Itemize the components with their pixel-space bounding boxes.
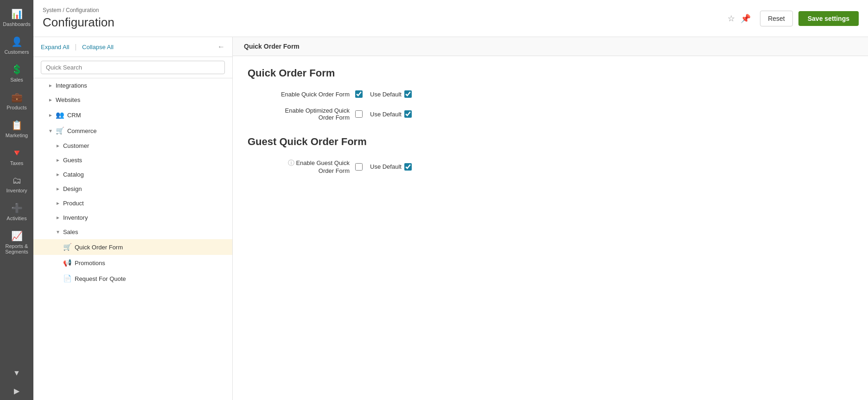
use-default-oqof: Use Default (370, 110, 412, 118)
chevron-right-icon: ► (48, 83, 53, 88)
nav-item-crm[interactable]: ► 👥 CRM (33, 107, 232, 123)
search-input[interactable] (41, 61, 225, 74)
checkbox-use-default-oqof[interactable] (404, 110, 412, 118)
nav-item-commerce[interactable]: ▼ 🛒 Commerce (33, 123, 232, 139)
sidebar-item-customers[interactable]: 👤 Customers (0, 32, 33, 59)
use-default-label-oqof: Use Default (370, 111, 402, 118)
label-enable-qof: Enable Quick Order Form (248, 91, 350, 98)
checkbox-use-default-gqof[interactable] (404, 163, 412, 171)
checkbox-use-default-qof[interactable] (404, 90, 412, 98)
sidebar-collapse-arrow[interactable]: ▼ (8, 364, 25, 382)
marketing-icon: 📋 (11, 120, 23, 131)
sidebar-item-reports[interactable]: 📈 Reports &Segments (0, 226, 33, 259)
customers-icon: 👤 (11, 36, 23, 47)
nav-label-websites: Websites (56, 96, 225, 103)
nav-item-customer[interactable]: ► Customer (33, 139, 232, 153)
nav-item-product[interactable]: ► Product (33, 196, 232, 210)
sales-icon: 💲 (11, 64, 23, 75)
sidebar-item-products[interactable]: 💼 Products (0, 87, 33, 115)
nav-label-product: Product (63, 200, 225, 207)
collapse-all-link[interactable]: Collapse All (82, 44, 114, 51)
nav-label-inventory: Inventory (63, 214, 225, 221)
sidebar-item-label: Activities (6, 216, 26, 221)
content-wrapper: Expand All | Collapse All ← ► Integratio… (33, 37, 868, 400)
page-title: Configuration (43, 15, 115, 30)
star-icon[interactable]: ☆ (728, 13, 735, 24)
sidebar-item-label: Reports &Segments (5, 243, 28, 254)
controls-enable-oqof: Use Default (355, 110, 412, 118)
nav-item-sales[interactable]: ▼ Sales (33, 225, 232, 239)
dashboards-icon: 📊 (11, 8, 23, 19)
nav-item-integrations[interactable]: ► Integrations (33, 78, 232, 93)
cart-icon: 🛒 (63, 243, 72, 251)
rfq-icon: 📄 (63, 274, 72, 283)
sidebar-expand-arrow[interactable]: ▶ (9, 382, 24, 400)
topbar-right: ☆ 📌 Reset Save settings (728, 11, 859, 26)
topbar-left: System / Configuration Configuration (43, 7, 115, 30)
sidebar: 📊 Dashboards 👤 Customers 💲 Sales 💼 Produ… (0, 0, 33, 400)
controls-enable-qof: Use Default (355, 90, 412, 98)
expand-all-link[interactable]: Expand All (41, 44, 69, 51)
sidebar-item-activities[interactable]: ➕ Activities (0, 198, 33, 226)
checkbox-enable-oqof[interactable] (355, 110, 363, 118)
chevron-down-icon: ▼ (48, 128, 53, 133)
use-default-label-qof: Use Default (370, 91, 402, 98)
nav-label-catalog: Catalog (63, 171, 225, 178)
products-icon: 💼 (11, 92, 23, 103)
reports-icon: 📈 (11, 230, 23, 241)
inventory-icon: 🗂 (12, 175, 21, 186)
form-row-enable-oqof: Enable Optimized QuickOrder Form Use Def… (248, 107, 853, 121)
sidebar-item-taxes[interactable]: 🔻 Taxes (0, 143, 33, 171)
pin-icon[interactable]: 📌 (740, 13, 751, 24)
right-panel: Quick Order Form Quick Order Form Enable… (233, 37, 868, 400)
nav-item-catalog[interactable]: ► Catalog (33, 167, 232, 182)
quick-order-form-title: Quick Order Form (248, 67, 853, 79)
search-box-wrap (33, 57, 232, 78)
nav-label-commerce: Commerce (67, 127, 225, 134)
save-settings-button[interactable]: Save settings (798, 11, 859, 26)
nav-label-quick-order-form: Quick Order Form (75, 244, 225, 251)
activities-icon: ➕ (11, 203, 23, 214)
chevron-right-icon: ► (56, 215, 60, 220)
reset-button[interactable]: Reset (760, 11, 793, 26)
nav-label-sales: Sales (63, 229, 225, 235)
topbar-icons: ☆ 📌 (728, 13, 751, 24)
sidebar-item-marketing[interactable]: 📋 Marketing (0, 115, 33, 143)
nav-label-crm: CRM (67, 112, 225, 119)
sidebar-item-label: Sales (10, 77, 23, 83)
left-panel: Expand All | Collapse All ← ► Integratio… (33, 37, 233, 400)
checkbox-enable-qof[interactable] (355, 90, 363, 98)
nav-item-promotions[interactable]: 📢 Promotions (33, 255, 232, 271)
label-enable-oqof: Enable Optimized QuickOrder Form (248, 107, 350, 121)
nav-label-rfq: Request For Quote (75, 275, 225, 282)
sidebar-item-dashboards[interactable]: 📊 Dashboards (0, 4, 33, 32)
nav-item-quick-order-form[interactable]: 🛒 Quick Order Form (33, 239, 232, 255)
main-content: System / Configuration Configuration ☆ 📌… (33, 0, 868, 400)
sidebar-item-inventory[interactable]: 🗂 Inventory (0, 171, 33, 198)
sidebar-item-sales[interactable]: 💲 Sales (0, 59, 33, 87)
nav-label-integrations: Integrations (56, 82, 225, 89)
header-divider: | (75, 43, 77, 51)
nav-label-customer: Customer (63, 142, 225, 149)
nav-item-rfq[interactable]: 📄 Request For Quote (33, 271, 232, 286)
crm-icon: 👥 (56, 111, 64, 119)
sidebar-bottom: ▼ ▶ (0, 364, 33, 400)
label-enable-gqof: ⓘ Enable Guest QuickOrder Form (248, 159, 350, 174)
nav-item-websites[interactable]: ► Websites (33, 93, 232, 107)
guest-quick-order-form-title: Guest Quick Order Form (248, 136, 853, 148)
checkbox-enable-gqof[interactable] (355, 163, 363, 171)
nav-item-design[interactable]: ► Design (33, 182, 232, 196)
sidebar-item-label: Taxes (10, 160, 24, 166)
nav-item-inventory[interactable]: ► Inventory (33, 210, 232, 225)
chevron-down-icon: ▼ (56, 229, 60, 235)
chevron-right-icon: ► (56, 143, 60, 148)
chevron-right-icon: ► (56, 158, 60, 163)
chevron-right-icon: ► (48, 97, 53, 102)
use-default-gqof: Use Default (370, 163, 412, 171)
nav-item-guests[interactable]: ► Guests (33, 153, 232, 167)
nav-tree: ► Integrations ► Websites ► 👥 CRM ▼ 🛒 (33, 78, 232, 400)
sidebar-item-label: Inventory (6, 188, 27, 193)
back-arrow-icon[interactable]: ← (217, 43, 225, 51)
commerce-icon: 🛒 (56, 127, 64, 135)
section-body: Quick Order Form Enable Quick Order Form… (233, 56, 868, 195)
